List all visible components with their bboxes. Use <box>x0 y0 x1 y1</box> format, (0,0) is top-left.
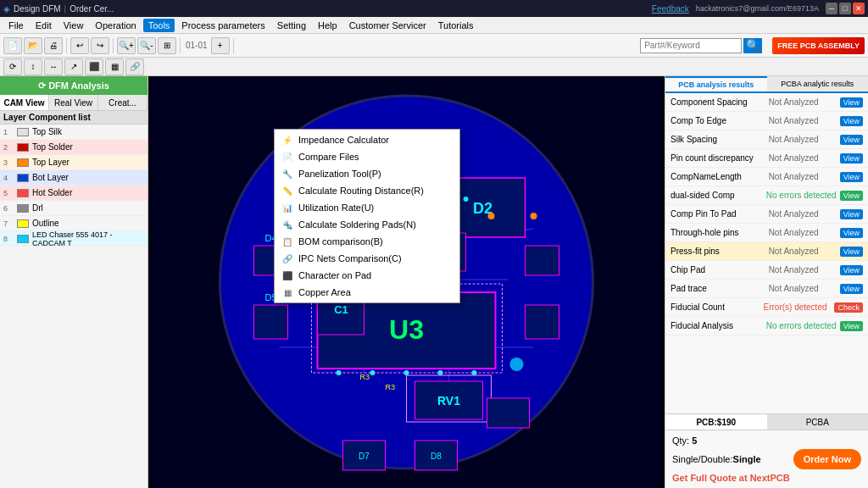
zoom-out-button[interactable]: 🔍- <box>137 37 156 54</box>
view-btn-13[interactable]: View <box>840 321 863 331</box>
menu-tools[interactable]: Tools <box>143 19 175 32</box>
redo-button[interactable]: ↪ <box>91 37 109 54</box>
toolbar: 📄 📂 🖨 ↩ ↪ 🔍+ 🔍- ⊞ 01-01 + 🔍 FREE PCB ASS… <box>0 34 868 58</box>
view-btn-2[interactable]: View <box>840 116 863 126</box>
impedance-icon: ⚡ <box>281 134 293 146</box>
open-button[interactable]: 📂 <box>24 37 42 54</box>
minimize-button[interactable]: ─ <box>826 3 837 14</box>
menu-edit[interactable]: Edit <box>31 19 57 32</box>
quote-text[interactable]: Get Full Quote at NextPCB <box>672 473 861 483</box>
menu-process[interactable]: Process parameters <box>176 19 270 32</box>
view-btn-1[interactable]: View <box>840 97 863 108</box>
menu-bom[interactable]: 📋 BOM comparison(B) <box>275 233 459 250</box>
menu-customer[interactable]: Customer Servicer <box>344 19 431 32</box>
analysis-name-7: Comp Pin To Pad <box>670 209 765 219</box>
menu-tutorials[interactable]: Tutorials <box>433 19 479 32</box>
view-btn-8[interactable]: View <box>840 228 863 238</box>
view-tabs: CAM View Real View Creat... <box>0 95 147 111</box>
analysis-status-9: Not Analyzed <box>769 247 837 256</box>
view-btn-5[interactable]: View <box>840 172 863 182</box>
sides-row: Single/Double:Single Order Now <box>672 449 861 469</box>
tab-real-view[interactable]: Real View <box>49 95 98 110</box>
view-btn-4[interactable]: View <box>840 153 863 164</box>
menu-ipc[interactable]: 🔗 IPC Nets Comparison(C) <box>275 250 459 267</box>
list-item[interactable]: 1 Top Silk <box>0 125 147 140</box>
tab-create[interactable]: Creat... <box>98 95 147 110</box>
print-button[interactable]: 🖨 <box>44 37 63 54</box>
tb2-btn7[interactable]: 🔗 <box>125 58 144 75</box>
list-item[interactable]: 5 Hot Solder <box>0 186 147 201</box>
titlebar: ◈ Design DFM | Order Cer... Feedback hac… <box>0 0 868 17</box>
analysis-row-fiducial-count: Fiducial Count Error(s) detected Check <box>665 298 868 317</box>
menu-routing[interactable]: 📏 Calculate Routing Distance(R) <box>275 182 459 199</box>
list-item[interactable]: 7 Outline <box>0 216 147 231</box>
pcb-assembly-button[interactable]: FREE PCB ASSEMBLY <box>772 37 865 54</box>
close-button[interactable]: ✕ <box>853 3 865 14</box>
tb2-btn6[interactable]: ▦ <box>105 58 124 75</box>
list-item[interactable]: 3 Top Layer <box>0 155 147 170</box>
menu-panelization[interactable]: 🔧 Panelization Tool(P) <box>275 165 459 182</box>
menu-copper[interactable]: ▦ Copper Area <box>275 284 459 301</box>
menu-compare[interactable]: 📄 Compare Files <box>275 148 459 165</box>
new-button[interactable]: 📄 <box>3 37 22 54</box>
check-btn-12[interactable]: Check <box>834 302 863 313</box>
list-item[interactable]: 8 LED Chaser 555 4017 - CADCAM T <box>0 231 147 247</box>
svg-text:R3: R3 <box>360 373 370 381</box>
titlebar-left: ◈ Design DFM | Order Cer... <box>3 4 114 14</box>
menu-soldering[interactable]: 🔩 Calculate Soldering Pads(N) <box>275 216 459 233</box>
feedback-link[interactable]: Feedback <box>652 4 689 14</box>
list-item[interactable]: 2 Top Solder <box>0 140 147 155</box>
part-keyword-input[interactable] <box>640 38 742 53</box>
view-btn-9[interactable]: View <box>840 247 863 257</box>
component-col-header: Component list <box>29 113 91 122</box>
menu-help[interactable]: Help <box>313 19 342 32</box>
dfm-analysis-button[interactable]: ⟳ DFM Analysis <box>0 76 147 95</box>
undo-button[interactable]: ↩ <box>70 37 89 54</box>
svg-rect-43 <box>526 305 559 339</box>
view-btn-6[interactable]: View <box>840 191 863 201</box>
menu-impedance[interactable]: ⚡ Impedance Calculator <box>275 131 459 148</box>
view-btn-7[interactable]: View <box>840 209 863 219</box>
menu-utilization[interactable]: 📊 Utilization Rate(U) <box>275 199 459 216</box>
tab-pcb-analysis[interactable]: PCB analysis results <box>665 76 767 92</box>
tab-pcba[interactable]: PCBA <box>767 414 869 430</box>
analysis-row-comp-edge: Comp To Edge Not Analyzed View <box>665 112 868 130</box>
view-btn-10[interactable]: View <box>840 265 863 275</box>
layer-list: 1 Top Silk 2 Top Solder 3 Top Layer 4 Bo… <box>0 125 147 488</box>
tb2-btn5[interactable]: ⬛ <box>85 58 103 75</box>
analysis-name-1: Component Spacing <box>670 97 765 107</box>
menu-file[interactable]: File <box>3 19 29 32</box>
menu-setting[interactable]: Setting <box>272 19 311 32</box>
layer-name-3: Top Layer <box>32 158 144 167</box>
order-now-button[interactable]: Order Now <box>793 449 861 469</box>
tab-cam-view[interactable]: CAM View <box>0 95 49 110</box>
tb2-btn2[interactable]: ↕ <box>24 58 42 75</box>
maximize-button[interactable]: □ <box>839 3 851 14</box>
tab-pcb-price[interactable]: PCB:$190 <box>665 414 767 430</box>
fit-button[interactable]: ⊞ <box>158 37 176 54</box>
tb2-btn3[interactable]: ↔ <box>44 58 63 75</box>
list-item[interactable]: 6 Drl <box>0 201 147 216</box>
svg-text:R3: R3 <box>386 383 396 391</box>
analysis-list: Component Spacing Not Analyzed View Comp… <box>665 93 868 413</box>
canvas-area[interactable]: U1 D2 U3 C2 C1 RV1 D3 D1 <box>148 76 665 488</box>
view-btn-11[interactable]: View <box>840 284 863 294</box>
svg-rect-44 <box>526 246 559 275</box>
svg-point-27 <box>488 213 495 219</box>
tb2-btn1[interactable]: ⟳ <box>3 58 22 75</box>
menu-operation[interactable]: Operation <box>90 19 141 32</box>
separator4 <box>233 38 234 53</box>
tb2-btn4[interactable]: ↗ <box>64 58 83 75</box>
analysis-row-compname: CompNameLength Not Analyzed View <box>665 168 868 186</box>
menu-view[interactable]: View <box>58 19 89 32</box>
zoom-in-button[interactable]: 🔍+ <box>117 37 136 54</box>
view-btn-3[interactable]: View <box>840 135 863 145</box>
tab-pcba-analysis[interactable]: PCBA analytic results <box>767 76 869 92</box>
list-item[interactable]: 4 Bot Layer <box>0 170 147 186</box>
add-button[interactable]: + <box>211 37 230 54</box>
search-button[interactable]: 🔍 <box>743 38 762 53</box>
toolbar2: ⟳ ↕ ↔ ↗ ⬛ ▦ 🔗 <box>0 58 868 76</box>
analysis-status-10: Not Analyzed <box>769 265 837 274</box>
menu-character[interactable]: ⬛ Character on Pad <box>275 267 459 284</box>
qty-value: 5 <box>692 435 697 446</box>
